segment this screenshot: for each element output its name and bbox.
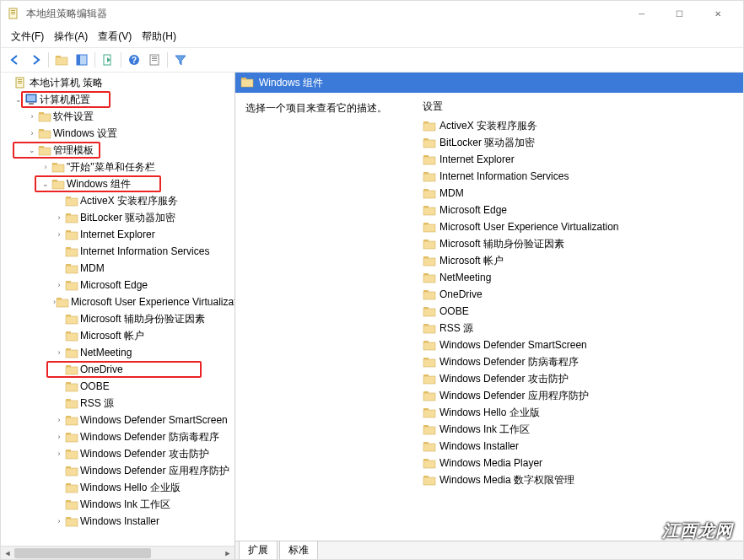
tree-computer-config[interactable]: ⌄ 计算机配置 (1, 91, 235, 108)
folder-icon (51, 177, 65, 191)
setting-item[interactable]: OneDrive (412, 286, 743, 303)
close-button[interactable]: ✕ (698, 1, 736, 26)
setting-item[interactable]: Windows Hello 企业版 (412, 404, 743, 421)
minimize-button[interactable]: ─ (623, 1, 660, 26)
export-button[interactable] (99, 51, 117, 69)
setting-item[interactable]: RSS 源 (412, 320, 743, 337)
expand-icon[interactable]: › (53, 416, 65, 424)
expand-icon[interactable]: › (53, 230, 65, 239)
tree-item[interactable]: MDM (1, 260, 235, 277)
tree-item[interactable]: Windows Hello 企业版 (1, 479, 235, 496)
setting-item[interactable]: MDM (412, 185, 743, 202)
tree-item[interactable]: ›Windows Defender SmartScreen (1, 412, 235, 428)
tree-root[interactable]: 本地计算机 策略 (1, 74, 235, 91)
tree-windows-components[interactable]: ⌄ Windows 组件 (1, 175, 235, 192)
tree-software-settings[interactable]: › 软件设置 (1, 108, 235, 125)
expand-icon[interactable]: › (26, 129, 38, 137)
setting-item[interactable]: Internet Explorer (412, 151, 743, 168)
expand-icon[interactable]: › (53, 281, 65, 289)
setting-item[interactable]: Windows Defender 应用程序防护 (412, 387, 743, 404)
setting-item[interactable]: Windows Media 数字权限管理 (412, 471, 743, 488)
expand-icon[interactable]: › (53, 348, 65, 357)
tab-extended[interactable]: 扩展 (239, 541, 278, 560)
app-icon (8, 7, 21, 20)
setting-item[interactable]: Windows Ink 工作区 (412, 421, 743, 438)
expand-icon[interactable]: › (26, 112, 38, 121)
svg-rect-17 (152, 60, 157, 61)
menubar: 文件(F) 操作(A) 查看(V) 帮助(H) (1, 26, 743, 47)
tree-item[interactable]: ›Microsoft Edge (1, 277, 235, 293)
collapse-icon[interactable]: ⌄ (13, 95, 24, 104)
tree-item[interactable]: ActiveX 安装程序服务 (1, 192, 235, 209)
forward-button[interactable] (26, 51, 45, 69)
expand-icon[interactable]: › (53, 450, 65, 458)
tree-item[interactable]: ›NetMeeting (1, 344, 235, 361)
tree-hscrollbar[interactable]: ◄ ► (1, 546, 235, 559)
expand-icon[interactable]: › (53, 213, 65, 222)
expand-icon[interactable]: › (53, 433, 65, 441)
setting-item[interactable]: Windows Media Player (412, 455, 743, 471)
description-text: 选择一个项目来查看它的描述。 (245, 102, 387, 114)
scroll-left-icon[interactable]: ◄ (1, 549, 14, 557)
tree-item[interactable]: ›Windows Defender 攻击防护 (1, 445, 235, 462)
setting-item[interactable]: BitLocker 驱动器加密 (412, 134, 743, 151)
tree-item[interactable]: ›Internet Explorer (1, 226, 235, 243)
tree-item[interactable]: Windows Defender 应用程序防护 (1, 462, 235, 479)
tree-item[interactable]: ›BitLocker 驱动器加密 (1, 209, 235, 226)
folder-icon (423, 237, 436, 250)
expand-icon[interactable]: › (40, 163, 51, 171)
setting-item[interactable]: NetMeeting (412, 269, 743, 286)
folder-icon (423, 119, 436, 132)
filter-button[interactable] (171, 51, 190, 69)
tab-standard[interactable]: 标准 (279, 541, 318, 560)
setting-item[interactable]: Windows Defender SmartScreen (412, 337, 743, 353)
tree-item[interactable]: Microsoft 帐户 (1, 327, 235, 344)
tree-item[interactable]: ›Microsoft User Experience Virtualizatio… (1, 293, 235, 310)
maximize-button[interactable]: ☐ (660, 1, 698, 26)
tree-item[interactable]: OOBE (1, 378, 235, 395)
menu-action[interactable]: 操作(A) (51, 28, 91, 46)
tree-start-menu-taskbar[interactable]: › "开始"菜单和任务栏 (1, 159, 235, 175)
tree-admin-templates[interactable]: ⌄ 管理模板 (1, 142, 235, 159)
setting-item[interactable]: Windows Installer (412, 438, 743, 455)
tree-pane[interactable]: 本地计算机 策略 ⌄ 计算机配置 › 软件设置 › Windows 设置 (1, 73, 235, 559)
setting-item[interactable]: ActiveX 安装程序服务 (412, 117, 743, 134)
setting-item[interactable]: Microsoft Edge (412, 202, 743, 218)
setting-item[interactable]: Microsoft 帐户 (412, 252, 743, 269)
setting-item[interactable]: Microsoft User Experience Virtualization (412, 218, 743, 235)
folder-icon (65, 498, 78, 511)
help-button[interactable]: ? (125, 51, 143, 69)
details-pane: Windows 组件 选择一个项目来查看它的描述。 设置 ActiveX 安装程… (235, 73, 743, 559)
svg-text:?: ? (132, 56, 137, 65)
scroll-right-icon[interactable]: ► (221, 549, 235, 557)
setting-item[interactable]: Windows Defender 攻击防护 (412, 370, 743, 387)
tree-item[interactable]: ›Windows Defender 防病毒程序 (1, 428, 235, 445)
tree-item[interactable]: Microsoft 辅助身份验证因素 (1, 310, 235, 327)
setting-item[interactable]: Internet Information Services (412, 168, 743, 185)
setting-item[interactable]: OOBE (412, 303, 743, 320)
folder-icon (423, 372, 436, 385)
details-title: Windows 组件 (259, 76, 323, 90)
folder-icon (56, 295, 69, 309)
folder-icon (423, 288, 436, 301)
menu-help[interactable]: 帮助(H) (138, 28, 180, 46)
menu-view[interactable]: 查看(V) (94, 28, 135, 46)
tree-item[interactable]: RSS 源 (1, 395, 235, 412)
back-button[interactable] (6, 51, 24, 69)
tree-item[interactable]: Internet Information Services (1, 243, 235, 260)
setting-item[interactable]: Windows Defender 防病毒程序 (412, 353, 743, 370)
tree-item[interactable]: ›Windows Installer (1, 513, 235, 530)
tree-windows-settings[interactable]: › Windows 设置 (1, 125, 235, 142)
setting-item[interactable]: Microsoft 辅助身份验证因素 (412, 235, 743, 252)
scroll-thumb[interactable] (14, 548, 151, 558)
expand-icon[interactable]: › (53, 517, 65, 525)
properties-button[interactable] (145, 51, 164, 69)
collapse-icon[interactable]: ⌄ (26, 146, 38, 154)
tree-item[interactable]: Windows Ink 工作区 (1, 496, 235, 513)
tree-item-onedrive[interactable]: OneDrive (1, 361, 235, 378)
collapse-icon[interactable]: ⌄ (40, 180, 51, 188)
menu-file[interactable]: 文件(F) (8, 28, 47, 46)
show-hide-tree-button[interactable] (73, 51, 91, 69)
folder-up-button[interactable] (52, 51, 71, 69)
folder-icon (65, 312, 78, 326)
